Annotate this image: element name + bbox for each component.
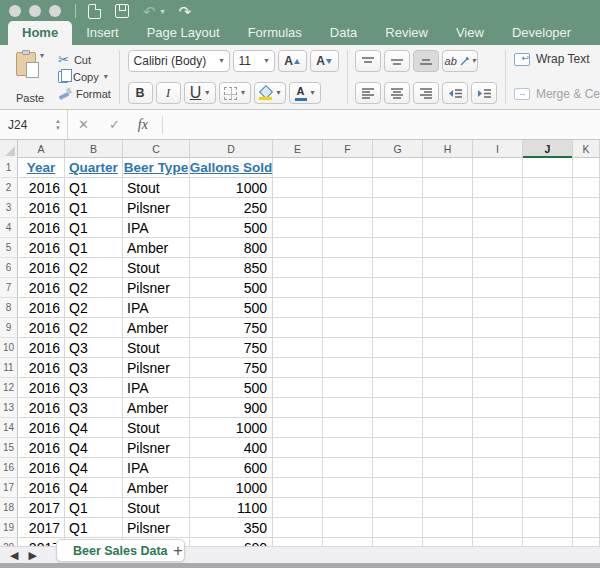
- cell-F1[interactable]: [323, 158, 373, 178]
- redo-icon[interactable]: ↷: [179, 4, 192, 19]
- fill-color-button[interactable]: ▾: [254, 82, 286, 104]
- row-header-6[interactable]: 6: [0, 258, 18, 278]
- cell-B16[interactable]: Q4: [65, 458, 123, 478]
- cell-F3[interactable]: [323, 198, 373, 218]
- name-box[interactable]: J24 ▲▼: [0, 110, 68, 140]
- align-top-button[interactable]: [355, 50, 381, 72]
- cell-B2[interactable]: Q1: [65, 178, 123, 198]
- cell-I5[interactable]: [473, 238, 523, 258]
- cell-H12[interactable]: [423, 378, 473, 398]
- cell-F15[interactable]: [323, 438, 373, 458]
- grow-font-button[interactable]: A: [278, 50, 307, 72]
- cell-C9[interactable]: Amber: [123, 318, 190, 338]
- align-bottom-button[interactable]: [413, 50, 439, 72]
- cell-E3[interactable]: [273, 198, 323, 218]
- column-header-H[interactable]: H: [423, 140, 473, 158]
- tab-home[interactable]: Home: [8, 21, 72, 45]
- cell-D15[interactable]: 400: [190, 438, 273, 458]
- cell-J13[interactable]: [523, 398, 573, 418]
- wrap-text-button[interactable]: Wrap Text: [514, 51, 600, 67]
- cell-G7[interactable]: [373, 278, 423, 298]
- cell-I3[interactable]: [473, 198, 523, 218]
- cell-E13[interactable]: [273, 398, 323, 418]
- next-sheet-button[interactable]: ▶: [28, 549, 36, 562]
- cell-H9[interactable]: [423, 318, 473, 338]
- cell-G8[interactable]: [373, 298, 423, 318]
- row-header-16[interactable]: 16: [0, 458, 18, 478]
- cell-I8[interactable]: [473, 298, 523, 318]
- row-header-4[interactable]: 4: [0, 218, 18, 238]
- tab-page-layout[interactable]: Page Layout: [133, 21, 234, 45]
- column-header-E[interactable]: E: [273, 140, 323, 158]
- cell-J5[interactable]: [523, 238, 573, 258]
- column-header-K[interactable]: K: [573, 140, 600, 158]
- cell-H5[interactable]: [423, 238, 473, 258]
- cell-B3[interactable]: Q1: [65, 198, 123, 218]
- tab-review[interactable]: Review: [371, 21, 442, 45]
- cell-D13[interactable]: 900: [190, 398, 273, 418]
- cell-H15[interactable]: [423, 438, 473, 458]
- cell-A10[interactable]: 2016: [18, 338, 65, 358]
- paste-dropdown-caret[interactable]: ▾: [40, 52, 44, 60]
- cell-J18[interactable]: [523, 498, 573, 518]
- cell-H10[interactable]: [423, 338, 473, 358]
- cell-D2[interactable]: 1000: [190, 178, 273, 198]
- cell-B13[interactable]: Q3: [65, 398, 123, 418]
- cell-F18[interactable]: [323, 498, 373, 518]
- cell-F5[interactable]: [323, 238, 373, 258]
- row-header-1[interactable]: 1: [0, 158, 18, 178]
- cell-I11[interactable]: [473, 358, 523, 378]
- cell-J15[interactable]: [523, 438, 573, 458]
- add-sheet-button[interactable]: +: [168, 542, 188, 560]
- cell-C14[interactable]: Stout: [123, 418, 190, 438]
- cell-I12[interactable]: [473, 378, 523, 398]
- copy-button[interactable]: Copy ▾: [58, 69, 111, 84]
- cell-A1[interactable]: Year: [18, 158, 65, 178]
- cell-H1[interactable]: [423, 158, 473, 178]
- underline-button[interactable]: U ▾: [184, 82, 216, 104]
- cell-K1[interactable]: [573, 158, 600, 178]
- cell-B10[interactable]: Q3: [65, 338, 123, 358]
- cell-C17[interactable]: Amber: [123, 478, 190, 498]
- format-painter-button[interactable]: Format: [58, 86, 111, 101]
- cell-I17[interactable]: [473, 478, 523, 498]
- cell-B12[interactable]: Q3: [65, 378, 123, 398]
- cancel-entry-icon[interactable]: ✕: [68, 117, 99, 132]
- prev-sheet-button[interactable]: ◀: [10, 549, 18, 562]
- cell-D19[interactable]: 350: [190, 518, 273, 538]
- cell-I13[interactable]: [473, 398, 523, 418]
- cell-C15[interactable]: Pilsner: [123, 438, 190, 458]
- cell-H13[interactable]: [423, 398, 473, 418]
- cell-J2[interactable]: [523, 178, 573, 198]
- minimize-window-button[interactable]: [29, 5, 41, 17]
- cell-B8[interactable]: Q2: [65, 298, 123, 318]
- row-header-7[interactable]: 7: [0, 278, 18, 298]
- cell-F17[interactable]: [323, 478, 373, 498]
- tab-formulas[interactable]: Formulas: [234, 21, 316, 45]
- decrease-indent-button[interactable]: [442, 82, 468, 104]
- cell-I16[interactable]: [473, 458, 523, 478]
- cell-J3[interactable]: [523, 198, 573, 218]
- cell-E15[interactable]: [273, 438, 323, 458]
- cell-D5[interactable]: 800: [190, 238, 273, 258]
- cell-G11[interactable]: [373, 358, 423, 378]
- tab-developer[interactable]: Developer: [498, 21, 585, 45]
- cell-H18[interactable]: [423, 498, 473, 518]
- cell-B9[interactable]: Q2: [65, 318, 123, 338]
- cell-J4[interactable]: [523, 218, 573, 238]
- cell-G12[interactable]: [373, 378, 423, 398]
- cell-A12[interactable]: 2016: [18, 378, 65, 398]
- align-left-button[interactable]: [355, 82, 381, 104]
- row-header-8[interactable]: 8: [0, 298, 18, 318]
- borders-button[interactable]: ▾: [219, 82, 251, 104]
- column-header-D[interactable]: D: [190, 140, 273, 158]
- cell-A2[interactable]: 2016: [18, 178, 65, 198]
- cell-K15[interactable]: [573, 438, 600, 458]
- new-workbook-icon[interactable]: [88, 4, 101, 19]
- cell-A19[interactable]: 2017: [18, 518, 65, 538]
- cell-K12[interactable]: [573, 378, 600, 398]
- cell-H14[interactable]: [423, 418, 473, 438]
- cell-G9[interactable]: [373, 318, 423, 338]
- select-all-corner[interactable]: [0, 140, 18, 158]
- cell-F6[interactable]: [323, 258, 373, 278]
